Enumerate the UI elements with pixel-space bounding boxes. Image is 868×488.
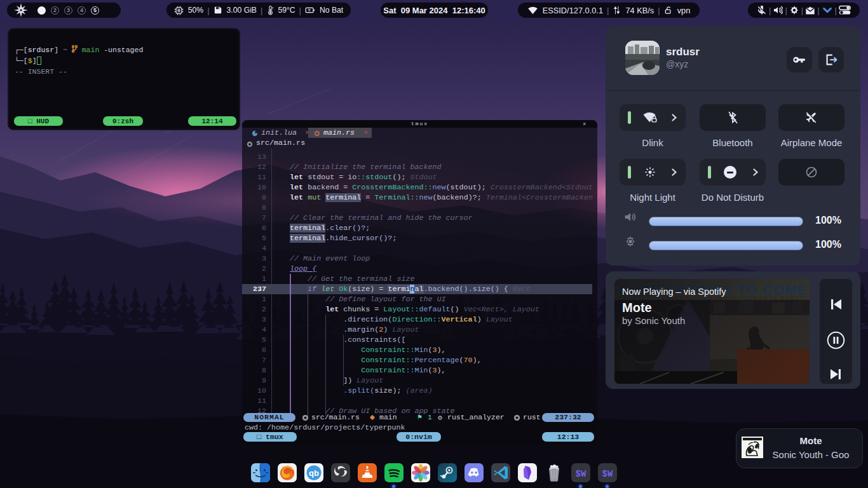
svg-text:$W: $W <box>602 469 613 479</box>
svg-text:$W: $W <box>576 469 587 479</box>
svg-text:qb: qb <box>309 468 319 478</box>
